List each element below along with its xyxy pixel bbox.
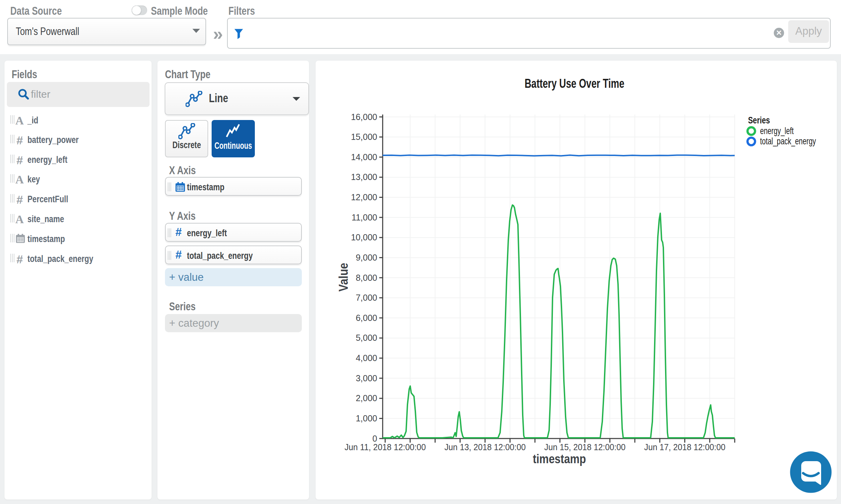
svg-text:14,000: 14,000 — [351, 152, 377, 162]
svg-text:Jun 13, 2018 12:00:00: Jun 13, 2018 12:00:00 — [445, 442, 526, 452]
svg-text:4,000: 4,000 — [356, 353, 377, 363]
svg-text:10,000: 10,000 — [351, 232, 377, 242]
svg-text:energy_left: energy_left — [760, 125, 794, 136]
svg-text:6,000: 6,000 — [356, 313, 377, 323]
svg-text:16,000: 16,000 — [351, 112, 377, 122]
svg-text:8,000: 8,000 — [356, 273, 377, 283]
svg-text:3,000: 3,000 — [356, 373, 377, 383]
svg-text:Jun 11, 2018 12:00:00: Jun 11, 2018 12:00:00 — [345, 442, 426, 452]
svg-text:Series: Series — [748, 115, 770, 125]
svg-text:12,000: 12,000 — [351, 192, 377, 202]
svg-text:0: 0 — [372, 434, 377, 443]
svg-text:Battery Use Over Time: Battery Use Over Time — [524, 76, 624, 91]
svg-text:Jun 17, 2018 12:00:00: Jun 17, 2018 12:00:00 — [644, 442, 725, 452]
svg-text:5,000: 5,000 — [356, 333, 377, 343]
svg-text:Value: Value — [336, 263, 351, 292]
svg-text:total_pack_energy: total_pack_energy — [760, 136, 816, 146]
svg-text:15,000: 15,000 — [351, 132, 377, 142]
svg-text:11,000: 11,000 — [352, 213, 377, 222]
svg-text:13,000: 13,000 — [351, 172, 377, 182]
svg-text:1,000: 1,000 — [356, 413, 377, 423]
svg-text:7,000: 7,000 — [356, 293, 377, 302]
svg-text:timestamp: timestamp — [533, 452, 586, 466]
svg-text:9,000: 9,000 — [356, 253, 377, 262]
svg-text:Jun 15, 2018 12:00:00: Jun 15, 2018 12:00:00 — [544, 442, 626, 452]
svg-text:2,000: 2,000 — [356, 393, 377, 403]
